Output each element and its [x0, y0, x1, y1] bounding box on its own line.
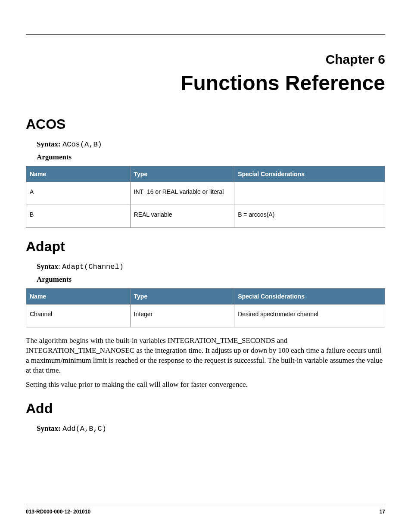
acos-arguments-table: Name Type Special Considerations A INT_1… [26, 166, 385, 228]
table-header-row: Name Type Special Considerations [26, 166, 385, 182]
chapter-label: Chapter 6 [26, 52, 385, 67]
syntax-code: Add(A,B,C) [62, 425, 106, 433]
adapt-arguments-table: Name Type Special Considerations Channel… [26, 288, 385, 327]
col-name: Name [26, 289, 131, 305]
section-heading-acos: ACOS [26, 116, 385, 132]
syntax-label: Syntax: [37, 424, 62, 432]
cell-special: Desired spectrometer channel [234, 305, 385, 327]
cell-type: INT_16 or REAL variable or literal [130, 182, 234, 205]
arguments-label: Arguments [37, 275, 385, 284]
col-special: Special Considerations [234, 289, 385, 305]
cell-name: B [26, 205, 131, 228]
cell-special: B = arccos(A) [234, 205, 385, 228]
cell-type: REAL variable [130, 205, 234, 228]
add-syntax: Syntax: Add(A,B,C) [37, 424, 385, 433]
col-type: Type [130, 166, 234, 182]
table-header-row: Name Type Special Considerations [26, 289, 385, 305]
acos-syntax: Syntax: ACos(A,B) [37, 140, 385, 149]
cell-type: Integer [130, 305, 234, 327]
adapt-para-1: The algorithm begins with the built-in v… [26, 336, 385, 376]
section-heading-add: Add [26, 401, 385, 417]
adapt-syntax: Syntax: Adapt(Channel) [37, 262, 385, 271]
col-name: Name [26, 166, 131, 182]
syntax-label: Syntax: [37, 140, 62, 148]
footer-row: 013-RD000-000-12- 201010 17 [26, 509, 385, 515]
section-heading-adapt: Adapt [26, 239, 385, 255]
adapt-para-2: Setting this value prior to making the c… [26, 380, 385, 390]
document-page: Chapter 6 Functions Reference ACOS Synta… [0, 0, 411, 532]
cell-special [234, 182, 385, 205]
table-row: B REAL variable B = arccos(A) [26, 205, 385, 228]
arguments-label: Arguments [37, 153, 385, 162]
footer-page-number: 17 [380, 509, 385, 515]
col-special: Special Considerations [234, 166, 385, 182]
syntax-label: Syntax [37, 262, 58, 271]
cell-name: Channel [26, 305, 131, 327]
footer-doc-id: 013-RD000-000-12- 201010 [26, 509, 90, 515]
page-footer: 013-RD000-000-12- 201010 17 [26, 506, 385, 515]
syntax-code: Adapt(Channel) [62, 263, 124, 271]
table-row: Channel Integer Desired spectrometer cha… [26, 305, 385, 327]
footer-rule [26, 506, 385, 506]
syntax-code: ACos(A,B) [62, 140, 102, 149]
table-row: A INT_16 or REAL variable or literal [26, 182, 385, 205]
cell-name: A [26, 182, 131, 205]
top-rule [26, 34, 385, 35]
adapt-block: Syntax: Adapt(Channel) Arguments [37, 262, 385, 284]
col-type: Type [130, 289, 234, 305]
acos-block: Syntax: ACos(A,B) Arguments [37, 140, 385, 162]
syntax-colon: : [58, 262, 62, 271]
chapter-title: Functions Reference [26, 71, 385, 95]
add-block: Syntax: Add(A,B,C) [37, 424, 385, 433]
